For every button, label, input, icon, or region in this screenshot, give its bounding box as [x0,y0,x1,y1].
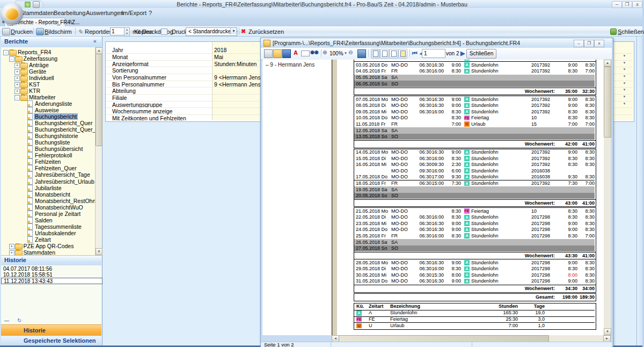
scroll-thumb[interactable] [96,54,103,146]
historie-item[interactable]: 10.12.2018 15:58:51 [1,272,101,278]
tree-item-tagessummenliste[interactable]: Tagessummenliste [1,223,95,230]
param-dropdown-icon[interactable]: ▼ [622,95,627,98]
drucken-button[interactable]: Drucken [11,28,33,35]
tree-item-monatsbericht-restohnegeplant[interactable]: Monatsbericht_RestOhneGeplant [1,198,95,204]
menu-stammdaten[interactable]: Stammdaten [20,10,54,16]
tree-item-buchungsbericht-quer-ohne[interactable]: Buchungsbericht_Quer_Ohne [1,126,95,133]
maximize-button[interactable]: ❐ [622,1,632,8]
search-icon[interactable]: ◉◉ [310,49,318,57]
tree-item-ger-te[interactable]: +Geräte [1,68,95,75]
tree-item-buchungsbericht-quer[interactable]: Buchungsbericht_Quer [1,120,95,126]
tree-scrollbar[interactable]: ▲ ▼ [95,47,102,255]
tree-item-buchungsliste[interactable]: Buchungsliste [1,139,95,146]
collapse-icon[interactable]: - [14,95,20,100]
fullscreen-icon[interactable] [357,49,366,58]
bildschirm-button[interactable]: Bildschirm [45,28,72,35]
collapse-icon[interactable]: « [93,38,97,44]
page-number-input[interactable] [422,49,445,58]
tree-item-stammdaten[interactable]: +Stammdaten [1,249,95,255]
tree-item-mitarbeiter[interactable]: -Mitarbeiter [1,94,95,100]
pdf-export-icon[interactable]: A [292,49,299,57]
tree-item-personal-je-zeitart[interactable]: Personal je Zeitart [1,211,95,217]
tree-item-individuell[interactable]: +Individuell [1,75,95,81]
email-icon[interactable] [301,50,310,56]
zoom-in-icon[interactable]: ⊕ [323,49,330,57]
expand-icon[interactable]: + [14,82,20,88]
tree-item-jahres-bersicht-urlaub[interactable]: Jahresübersicht_Urlaub [1,178,95,185]
param-value-anzeigeformat[interactable]: Stunden:Minuten [214,61,257,67]
tree-item-buchungshistorie[interactable]: Buchungshistorie [1,133,95,139]
minimize-button[interactable]: – [612,1,622,8]
param-value-von-personalnummer[interactable]: 9 <Herrmann Jens> [214,74,264,81]
refresh-tool-icon[interactable]: ↻ [17,317,21,323]
tree-item-nderungsliste[interactable]: Änderungsliste [1,100,95,107]
tree-item-buchungs-bersicht[interactable]: Buchungsübersicht [1,146,95,152]
param-dropdown-icon[interactable]: ▼ [622,102,627,105]
tree-item-salden[interactable]: Salden [1,217,95,223]
tree-item-buchungsbericht[interactable]: Buchungsbericht [1,113,95,120]
expand-icon[interactable]: + [9,250,14,255]
tree-item-jubilarliste[interactable]: Jubilarliste [1,185,95,191]
application-orb-button[interactable] [1,3,23,25]
screen-icon[interactable] [36,28,44,35]
param-value-monat[interactable]: Mai [214,54,223,60]
tree-item-zeitart[interactable]: Zeitart [1,236,95,243]
historie-item[interactable]: 11.12.2018 13:43:43 [1,278,103,284]
next-page-icon[interactable]: ▶ [460,50,465,57]
tree-item-fehlzeiten[interactable]: Fehlzeiten [1,158,95,165]
outline-item-herrmann-jens[interactable]: – 9 - Herrmann Jens [266,62,314,68]
collapse-tool-icon[interactable]: — [4,318,9,323]
tree-item-ktr[interactable]: +KTR [1,88,95,94]
param-value-bis-personalnummer[interactable]: 9 <Herrmann Jens> [214,81,264,88]
param-dropdown-icon[interactable]: ▼ [622,54,627,57]
dropdown-icon[interactable]: ▼ [230,28,237,34]
param-dropdown-icon[interactable]: ▼ [622,82,627,85]
zuruecksetzen-button[interactable]: Zurücksetzen [248,28,284,35]
tree-item-antr-ge[interactable]: +Anträge [1,62,95,68]
tree-item-monatsbericht[interactable]: Monatsbericht [1,191,95,198]
menu-[interactable]: ? [149,10,152,16]
tree-item-fehlzeiten-quer[interactable]: Fehlzeiten_Quer [1,165,95,171]
historie-bar[interactable]: Historie [1,324,101,336]
printer-icon[interactable] [2,28,10,35]
scroll-thumb[interactable] [604,67,611,138]
kopien-input[interactable]: 1 [110,27,125,35]
zoom-dropdown-icon[interactable]: ▼ [344,52,347,55]
preview-horizontal-scrollbar[interactable]: ◄ ► [332,335,611,342]
tree-item-zeiterfassung[interactable]: -Zeiterfassung [1,55,95,62]
expand-icon[interactable]: + [14,63,20,68]
param-dropdown-icon[interactable]: ▼ [622,61,627,64]
first-page-icon[interactable]: ⏮ [412,50,418,57]
drucker-combobox[interactable]: < Standarddrucker >▼ [186,27,237,36]
param-dropdown-icon[interactable]: ▼ [622,68,627,71]
tree-item-jahres-bersicht-tage[interactable]: Jahresübersicht_Tage [1,171,95,178]
tab-close-icon[interactable]: x [56,19,59,25]
single-page-view-button[interactable] [371,49,380,59]
menu-im-export[interactable]: Im/Export [121,10,147,16]
param-dropdown-icon[interactable]: ▼ [622,75,627,78]
collapse-icon[interactable]: - [3,50,9,55]
open-icon[interactable] [273,49,282,58]
druckdialog-checkbox[interactable] [161,28,167,35]
expand-icon[interactable]: + [14,89,20,94]
preview-close-toolbar-button[interactable]: Schließen [466,49,496,59]
scroll-up-icon[interactable]: ▲ [604,60,611,67]
menu-auswertungen[interactable]: Auswertungen [86,10,123,16]
scroll-down-icon[interactable]: ▼ [96,248,103,255]
collapse-icon[interactable]: - [9,56,14,62]
tree-item-ausweise[interactable]: Ausweise [1,107,95,113]
gespeicherte-selektionen-bar[interactable]: Gespeicherte Selektionen [1,336,101,345]
tree-item-urlaubskalender[interactable]: Urlaubskalender [1,230,95,236]
close-button[interactable]: x [632,1,642,8]
schliessen-button[interactable]: Schließen [618,28,644,35]
edit-page-button[interactable] [398,49,407,59]
scroll-down-icon[interactable]: ▼ [604,328,611,335]
preview-maximize-button[interactable]: ❐ [584,40,594,47]
historie-item[interactable]: 04.07.2017 08:11:56 [1,266,101,272]
expand-icon[interactable]: + [14,69,20,75]
tree-item-monatsberichtwuo[interactable]: MonatsberichtWuO [1,204,95,211]
print-icon[interactable] [33,1,40,8]
tree-item-kst[interactable]: +KST [1,81,95,88]
expand-icon[interactable]: + [9,244,14,249]
tree-item-fehlerprotokoll[interactable]: Fehlerprotokoll [1,152,95,158]
